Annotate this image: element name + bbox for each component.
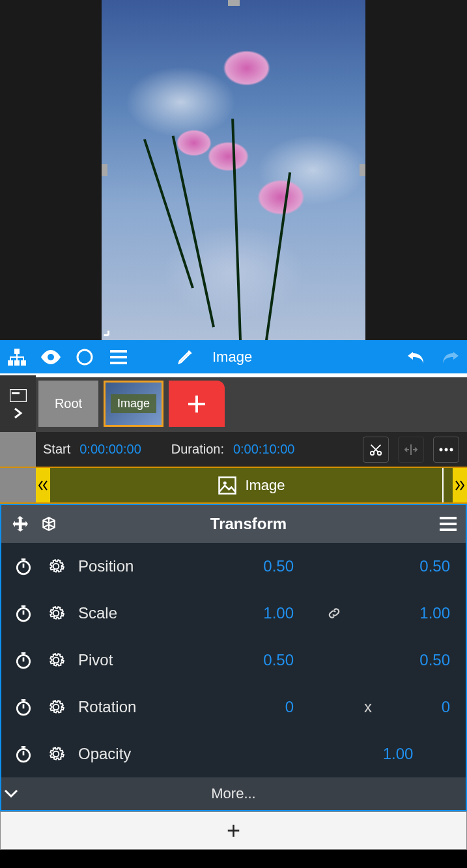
plus-icon: + [227,817,240,845]
timing-side-gutter [0,432,36,467]
layer-tabs-row: Root Image [0,373,467,432]
layer-tab-image[interactable]: Image [104,381,163,427]
scissors-icon [369,442,383,457]
svg-rect-19 [440,523,457,525]
property-name: Position [78,557,195,575]
clip-trim-left[interactable] [36,468,50,502]
align-icon [404,444,418,456]
svg-rect-18 [440,517,457,519]
property-value-x[interactable]: 1.00 [248,604,294,622]
layer-tab-label: Image [111,394,156,413]
start-value[interactable]: 0:00:00:00 [79,442,141,457]
cut-button[interactable] [363,437,389,463]
property-value-x[interactable]: 0.50 [248,557,294,575]
bottom-strip [0,850,467,868]
more-button[interactable]: More... [1,777,466,810]
svg-rect-0 [14,349,20,354]
move-tool-icon[interactable] [10,515,29,533]
panel-menu-icon[interactable] [440,517,457,531]
stopwatch-icon[interactable] [13,556,34,577]
timeline-side-gutter [0,468,36,502]
timing-row: Start 0:00:00:00 Duration: 0:00:10:00 [0,432,467,467]
layer-tab-label: Root [55,396,82,411]
svg-rect-10 [12,392,20,394]
separator-x: x [326,698,372,716]
transform-header: Transform [1,505,466,543]
align-button [398,437,424,463]
panel-title: Transform [69,515,428,533]
svg-rect-1 [8,360,13,366]
cube-3d-icon[interactable] [40,515,57,532]
property-row-position: Position0.500.50 [1,543,466,590]
gear-icon[interactable] [46,744,66,764]
svg-rect-16 [219,477,236,493]
gear-icon[interactable] [46,556,66,577]
property-value-y[interactable]: 0.50 [404,557,450,575]
dots-icon [439,447,453,452]
hierarchy-icon[interactable] [7,347,27,368]
canvas-preview[interactable] [0,0,467,340]
stopwatch-icon[interactable] [13,603,34,624]
svg-point-17 [223,481,227,484]
svg-point-15 [450,448,453,451]
svg-rect-2 [14,360,20,366]
start-label: Start [43,442,70,457]
link-icon[interactable] [326,605,372,621]
panel-icon [10,389,27,402]
more-options-button[interactable] [433,437,459,463]
redo-icon [440,347,460,368]
menu-icon[interactable] [108,347,129,368]
resize-handle-right[interactable] [360,164,365,176]
visibility-icon[interactable] [40,347,61,368]
svg-point-23 [17,656,29,668]
gear-icon[interactable] [46,697,66,717]
property-name: Rotation [78,698,195,716]
timeline-clip[interactable]: Image [50,468,453,502]
panel-toggle-button[interactable] [0,375,36,432]
stopwatch-icon[interactable] [13,697,34,717]
clip-trim-right[interactable] [453,468,467,502]
property-value-y[interactable]: 1.00 [404,604,450,622]
chevron-down-icon [4,789,18,798]
chevron-right-icon [12,407,24,419]
edit-pencil-icon[interactable] [175,347,195,368]
add-bottom-button[interactable]: + [0,811,467,850]
gear-icon[interactable] [46,650,66,671]
selected-layer-name[interactable]: Image [212,349,252,366]
property-value-x[interactable]: 0 [248,698,294,716]
duration-value[interactable]: 0:00:10:00 [233,442,295,457]
property-value-y[interactable]: 0 [404,698,450,716]
layer-tab-root[interactable]: Root [38,381,98,427]
property-name: Pivot [78,651,195,669]
gear-icon[interactable] [46,603,66,624]
transform-panel: Transform Position0.500.50Scale1.001.00P… [0,504,467,811]
svg-point-5 [78,350,92,364]
resize-handle-top[interactable] [228,0,240,6]
property-row-pivot: Pivot0.500.50 [1,637,466,684]
svg-rect-20 [440,528,457,531]
property-value-x[interactable]: 0.50 [248,651,294,669]
main-toolbar: Image [0,340,467,373]
svg-point-14 [445,448,448,451]
property-name: Scale [78,604,195,622]
crop-corner-icon [102,319,111,338]
svg-point-4 [48,354,54,360]
stopwatch-icon[interactable] [13,744,34,764]
property-value-y[interactable]: 0.50 [404,651,450,669]
svg-rect-7 [110,356,127,358]
record-icon[interactable] [74,347,95,368]
add-layer-button[interactable] [169,381,225,427]
property-row-scale: Scale1.001.00 [1,590,466,637]
selected-image-frame[interactable] [102,0,365,340]
resize-handle-left[interactable] [102,164,107,176]
playhead-line [442,468,444,502]
clip-label: Image [245,477,285,494]
stopwatch-icon[interactable] [13,650,34,671]
svg-rect-8 [110,362,127,364]
image-icon [218,476,237,495]
more-label: More... [211,785,255,802]
svg-point-13 [440,448,443,451]
undo-icon[interactable] [406,347,427,368]
property-value[interactable]: 1.00 [346,745,450,763]
plus-icon [186,393,208,415]
